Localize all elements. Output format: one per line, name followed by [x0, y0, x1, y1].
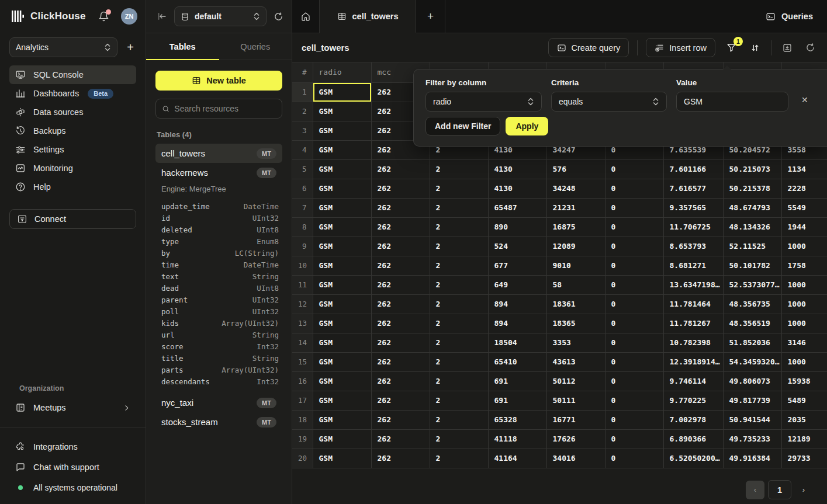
- table-cell[interactable]: GSM: [313, 121, 371, 140]
- table-cell[interactable]: 262: [371, 352, 430, 371]
- table-cell[interactable]: GSM: [313, 256, 371, 275]
- table-cell[interactable]: 12.3918914…: [663, 352, 723, 371]
- table-cell[interactable]: 6.52050200…: [663, 449, 723, 468]
- table-cell[interactable]: 0: [605, 159, 663, 179]
- table-cell[interactable]: 2: [430, 314, 488, 333]
- sidebar-item-help[interactable]: Help: [9, 178, 136, 196]
- panel-tab-tables[interactable]: Tables: [146, 33, 219, 60]
- current-page[interactable]: 1: [768, 480, 791, 499]
- filter-button[interactable]: 1: [724, 40, 739, 55]
- table-cell[interactable]: 41118: [488, 429, 546, 449]
- table-cell[interactable]: 576: [546, 159, 605, 179]
- table-cell[interactable]: 34248: [546, 179, 605, 198]
- table-cell[interactable]: 2: [430, 371, 488, 391]
- table-cell[interactable]: 0: [605, 449, 663, 468]
- table-cell[interactable]: 6.890366: [663, 429, 723, 449]
- table-cell[interactable]: 262: [371, 429, 430, 449]
- table-cell[interactable]: 18361: [546, 294, 605, 314]
- tab-cell-towers[interactable]: cell_towers: [320, 0, 416, 33]
- table-cell[interactable]: 48.134326: [723, 217, 781, 237]
- table-cell[interactable]: 8.681271: [663, 256, 723, 275]
- table-cell[interactable]: 13.6347198…: [663, 275, 723, 294]
- table-cell[interactable]: 524: [488, 237, 546, 256]
- table-cell[interactable]: 51.852036: [723, 333, 781, 352]
- table-cell[interactable]: 7.616577: [663, 179, 723, 198]
- table-list-item-nyc_taxi[interactable]: nyc_taxiMT: [155, 393, 282, 412]
- table-cell[interactable]: 7.601166: [663, 159, 723, 179]
- table-cell[interactable]: 50112: [546, 371, 605, 391]
- table-cell[interactable]: 18365: [546, 314, 605, 333]
- table-cell[interactable]: 262: [371, 237, 430, 256]
- table-cell[interactable]: GSM: [313, 314, 371, 333]
- apply-filter-button[interactable]: Apply: [506, 117, 548, 135]
- table-cell[interactable]: 0: [605, 237, 663, 256]
- table-cell[interactable]: 0: [605, 314, 663, 333]
- table-list-item-stocks_stream[interactable]: stocks_streamMT: [155, 412, 282, 432]
- table-cell[interactable]: 34016: [546, 449, 605, 468]
- table-cell[interactable]: 0: [605, 275, 663, 294]
- table-cell[interactable]: 65328: [488, 410, 546, 429]
- sidebar-item-chat-with-support[interactable]: Chat with support: [9, 459, 136, 475]
- table-cell[interactable]: 1000: [781, 352, 827, 371]
- table-cell[interactable]: 1000: [781, 275, 827, 294]
- table-cell[interactable]: GSM: [313, 275, 371, 294]
- table-cell[interactable]: 54.3459320…: [723, 352, 781, 371]
- sidebar-item-settings[interactable]: Settings: [9, 140, 136, 159]
- table-cell[interactable]: 29733: [781, 449, 827, 468]
- table-cell[interactable]: 677: [488, 256, 546, 275]
- table-cell[interactable]: 3146: [781, 333, 827, 352]
- table-cell[interactable]: 262: [371, 198, 430, 217]
- table-cell[interactable]: 262: [371, 294, 430, 314]
- table-cell[interactable]: 9.357565: [663, 198, 723, 217]
- table-cell[interactable]: 48.356519: [723, 314, 781, 333]
- next-page-button[interactable]: ›: [795, 481, 812, 499]
- table-cell[interactable]: GSM: [313, 179, 371, 198]
- table-cell[interactable]: 2228: [781, 179, 827, 198]
- table-cell[interactable]: 1944: [781, 217, 827, 237]
- table-cell[interactable]: 52.11525: [723, 237, 781, 256]
- column-header-#[interactable]: #: [292, 62, 313, 82]
- filter-value-input[interactable]: [684, 97, 781, 106]
- table-cell[interactable]: 49.916384: [723, 449, 781, 468]
- panel-tab-queries[interactable]: Queries: [219, 33, 292, 60]
- table-cell[interactable]: 41164: [488, 449, 546, 468]
- search-resources[interactable]: [155, 99, 282, 119]
- table-cell[interactable]: 2: [430, 391, 488, 410]
- table-cell[interactable]: 2: [430, 429, 488, 449]
- table-cell[interactable]: 649: [488, 275, 546, 294]
- table-cell[interactable]: GSM: [313, 371, 371, 391]
- table-cell[interactable]: GSM: [313, 217, 371, 237]
- table-cell[interactable]: 262: [371, 179, 430, 198]
- table-list-item-hackernews[interactable]: hackernewsMT: [155, 163, 282, 182]
- table-cell[interactable]: 10.782398: [663, 333, 723, 352]
- table-cell[interactable]: 11.706725: [663, 217, 723, 237]
- table-cell[interactable]: 2: [430, 352, 488, 371]
- table-cell[interactable]: 12089: [546, 237, 605, 256]
- table-cell[interactable]: 894: [488, 314, 546, 333]
- table-cell[interactable]: 1134: [781, 159, 827, 179]
- sidebar-item-sql-console[interactable]: SQL Console: [9, 65, 136, 84]
- table-cell[interactable]: 1000: [781, 314, 827, 333]
- sort-button[interactable]: [748, 40, 763, 55]
- table-cell[interactable]: 0: [605, 371, 663, 391]
- table-cell[interactable]: GSM: [313, 82, 371, 102]
- table-cell[interactable]: GSM: [313, 449, 371, 468]
- table-cell[interactable]: 48.674793: [723, 198, 781, 217]
- table-cell[interactable]: 2: [430, 333, 488, 352]
- table-cell[interactable]: 2: [430, 294, 488, 314]
- home-tab[interactable]: [292, 0, 320, 33]
- table-cell[interactable]: GSM: [313, 410, 371, 429]
- table-cell[interactable]: 0: [605, 179, 663, 198]
- table-cell[interactable]: 262: [371, 371, 430, 391]
- table-cell[interactable]: 2: [430, 449, 488, 468]
- table-cell[interactable]: GSM: [313, 140, 371, 159]
- table-cell[interactable]: 65487: [488, 198, 546, 217]
- table-cell[interactable]: 4130: [488, 179, 546, 198]
- table-cell[interactable]: 2: [430, 159, 488, 179]
- filter-column-select[interactable]: radio: [425, 92, 542, 112]
- table-cell[interactable]: 4130: [488, 159, 546, 179]
- table-cell[interactable]: 58: [546, 275, 605, 294]
- table-cell[interactable]: GSM: [313, 391, 371, 410]
- table-cell[interactable]: 48.356735: [723, 294, 781, 314]
- table-cell[interactable]: 50.215378: [723, 179, 781, 198]
